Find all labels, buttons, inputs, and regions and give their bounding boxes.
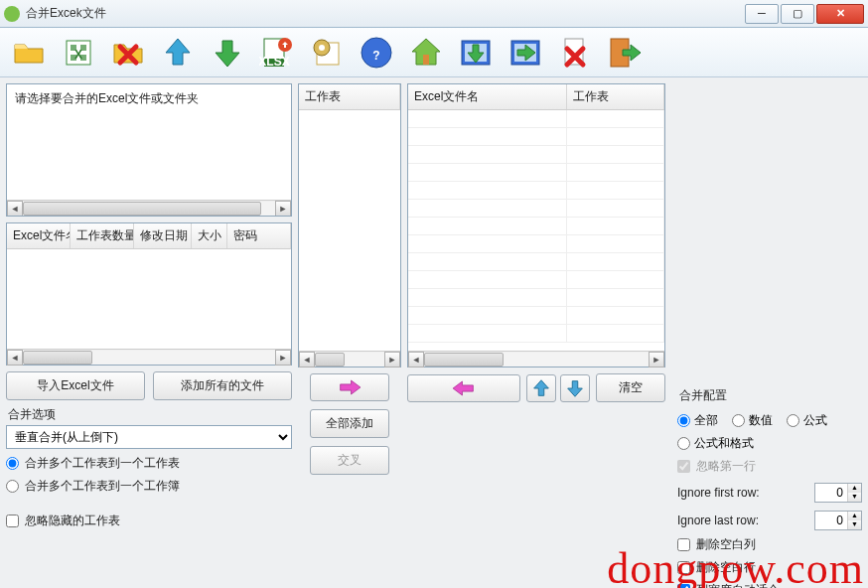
xlsx-convert-button[interactable]: XLSX: [256, 32, 298, 74]
delete-folder-button[interactable]: [107, 32, 149, 74]
ignore-last-spinner[interactable]: ▲▼: [814, 511, 862, 530]
ignore-last-input[interactable]: [815, 512, 847, 529]
add-all-button[interactable]: 全部添加: [310, 409, 389, 438]
merge-to-workbook-radio-input[interactable]: [6, 480, 19, 493]
exit-button[interactable]: [604, 32, 646, 74]
scroll-track[interactable]: [23, 202, 275, 216]
col-filename[interactable]: Excel文件名: [7, 223, 71, 248]
file-grid-scrollbar[interactable]: ◄ ►: [7, 349, 291, 365]
target-grid-body: [408, 110, 664, 367]
ignore-hidden-label: 忽略隐藏的工作表: [25, 513, 120, 529]
move-down-button[interactable]: [207, 32, 248, 74]
col-password[interactable]: 密码: [227, 223, 291, 248]
auto-width-check[interactable]: 列宽度自动适合: [677, 582, 862, 588]
file-folder-list[interactable]: 请选择要合并的Excel文件或文件夹 ◄ ►: [6, 83, 292, 217]
scroll-track[interactable]: [23, 351, 275, 365]
delete-empty-row-check[interactable]: 删除空白行: [677, 559, 862, 576]
title-bar: 合并Excek文件 ─ ▢ ✕: [0, 0, 868, 28]
help-button[interactable]: ?: [356, 32, 397, 74]
scroll-track[interactable]: [424, 353, 649, 367]
close-button[interactable]: ✕: [816, 4, 864, 24]
radio-all[interactable]: 全部: [677, 412, 718, 429]
worksheet-column: 工作表 ◄ ► 全部添加 交叉: [298, 83, 401, 582]
delete-empty-col-check[interactable]: 删除空白列: [677, 536, 862, 553]
open-folder-button[interactable]: [8, 32, 50, 74]
spin-down-icon[interactable]: ▼: [848, 493, 861, 502]
close-icon: ✕: [836, 8, 845, 19]
ignore-first-spinner[interactable]: ▲▼: [814, 483, 862, 503]
maximize-button[interactable]: ▢: [781, 4, 814, 24]
move-item-up-button[interactable]: [526, 374, 556, 402]
merge-to-workbook-radio[interactable]: 合并多个工作表到一个工作簿: [6, 478, 292, 495]
settings-button[interactable]: [306, 32, 348, 74]
col-sheet-count[interactable]: 工作表数量: [71, 223, 134, 248]
file-detail-grid[interactable]: Excel文件名 工作表数量 修改日期 大小 密码 ◄ ►: [6, 222, 292, 366]
spin-up-icon[interactable]: ▲: [848, 484, 861, 493]
svg-text:X: X: [74, 48, 82, 62]
col-modified[interactable]: 修改日期: [134, 223, 192, 248]
radio-formula[interactable]: 公式: [787, 412, 827, 429]
file-folder-scrollbar[interactable]: ◄ ►: [7, 200, 291, 216]
svg-rect-11: [423, 55, 429, 65]
svg-text:?: ?: [372, 49, 379, 63]
scroll-thumb[interactable]: [23, 351, 92, 365]
scroll-right-icon[interactable]: ►: [649, 352, 664, 368]
ignore-first-input[interactable]: [815, 484, 847, 502]
scroll-right-icon[interactable]: ►: [275, 350, 291, 366]
col-target-worksheet[interactable]: 工作表: [567, 84, 664, 109]
worksheet-scrollbar[interactable]: ◄ ►: [299, 351, 400, 367]
remove-left-button[interactable]: [407, 374, 520, 402]
ignore-first-line-check[interactable]: 忽略第一行: [677, 458, 862, 475]
import-excel-button[interactable]: 导入Excel文件: [6, 371, 145, 400]
merge-to-sheet-radio-input[interactable]: [6, 457, 19, 470]
window-title: 合并Excek文件: [26, 5, 745, 22]
merge-to-sheet-radio[interactable]: 合并多个工作表到一个工作表: [6, 455, 292, 472]
svg-point-8: [319, 45, 325, 51]
add-all-files-button[interactable]: 添加所有的文件: [153, 371, 292, 400]
file-folder-list-header: 请选择要合并的Excel文件或文件夹: [11, 88, 287, 109]
home-button[interactable]: [405, 32, 447, 74]
col-target-filename[interactable]: Excel文件名: [408, 84, 567, 109]
export-right-button[interactable]: [505, 32, 546, 74]
svg-text:XLSX: XLSX: [259, 55, 290, 69]
maximize-icon: ▢: [793, 8, 802, 19]
cross-button[interactable]: 交叉: [310, 446, 389, 475]
merge-to-workbook-label: 合并多个工作表到一个工作簿: [25, 478, 180, 495]
ignore-hidden-checkbox[interactable]: [6, 514, 19, 527]
minimize-button[interactable]: ─: [745, 4, 779, 24]
target-controls: 清空: [407, 373, 665, 402]
merge-direction-select[interactable]: 垂直合并(从上倒下): [6, 425, 292, 449]
scroll-left-icon[interactable]: ◄: [7, 350, 23, 366]
merge-options-label: 合并选项: [8, 406, 292, 423]
move-item-down-button[interactable]: [560, 374, 590, 402]
scroll-left-icon[interactable]: ◄: [299, 352, 315, 368]
radio-numeric[interactable]: 数值: [732, 412, 773, 429]
worksheet-list[interactable]: 工作表 ◄ ►: [298, 83, 401, 368]
scroll-thumb[interactable]: [315, 353, 345, 367]
ignore-hidden-check[interactable]: 忽略隐藏的工作表: [6, 513, 292, 529]
scroll-track[interactable]: [315, 353, 384, 367]
col-worksheet[interactable]: 工作表: [299, 84, 400, 109]
scroll-thumb[interactable]: [424, 353, 504, 367]
ignore-first-label: Ignore first row:: [677, 486, 808, 500]
col-size[interactable]: 大小: [192, 223, 227, 248]
merge-config-label: 合并配置: [679, 387, 862, 404]
scroll-left-icon[interactable]: ◄: [7, 201, 23, 217]
add-right-button[interactable]: [310, 373, 389, 401]
move-up-button[interactable]: [157, 32, 199, 74]
delete-file-button[interactable]: [554, 32, 596, 74]
scroll-right-icon[interactable]: ►: [384, 352, 400, 368]
scroll-right-icon[interactable]: ►: [275, 201, 291, 217]
toolbar: X XLSX ?: [0, 28, 868, 77]
target-grid-scrollbar[interactable]: ◄ ►: [408, 351, 664, 367]
spin-down-icon[interactable]: ▼: [848, 520, 861, 529]
radio-formula-format[interactable]: 公式和格式: [677, 435, 754, 452]
target-grid[interactable]: Excel文件名 工作表 ◄ ►: [407, 83, 665, 368]
scroll-left-icon[interactable]: ◄: [408, 352, 424, 368]
excel-file-button[interactable]: X: [58, 32, 99, 74]
ignore-last-label: Ignore last row:: [677, 514, 808, 527]
spin-up-icon[interactable]: ▲: [848, 512, 861, 520]
scroll-thumb[interactable]: [23, 202, 261, 216]
import-down-button[interactable]: [455, 32, 497, 74]
clear-button[interactable]: 清空: [596, 373, 665, 402]
